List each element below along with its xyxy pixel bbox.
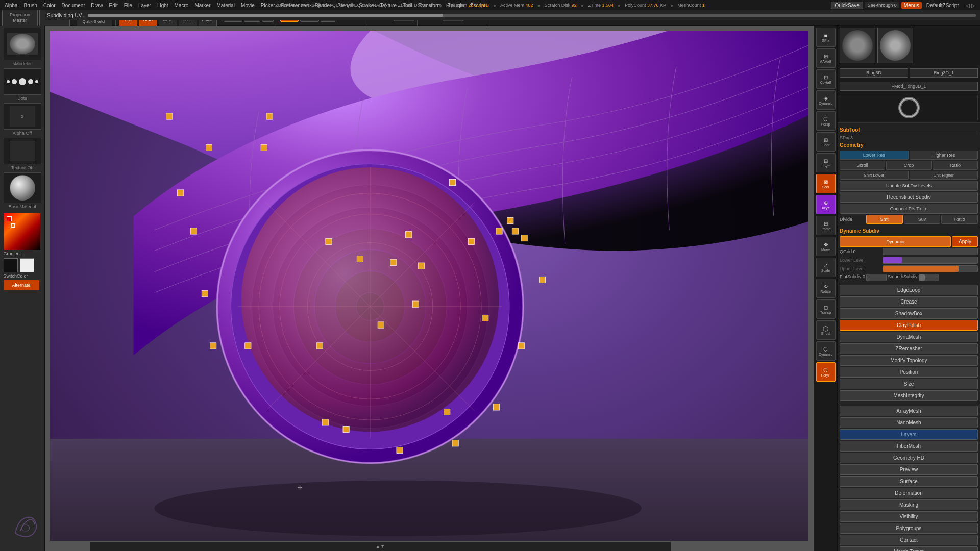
menu-document[interactable]: Document [59,2,88,9]
reconstruct-subdiv-btn[interactable]: Reconstruct Subdiv [840,192,978,203]
canvas-viewport[interactable]: + [50,31,808,541]
local-symm-btn[interactable]: ⊟ L.Sym [816,153,836,172]
menu-marker[interactable]: Marker [192,2,213,9]
lower-level-slider[interactable] [883,257,978,264]
menu-color[interactable]: Color [41,2,58,9]
eraser-brush-thumb[interactable] [877,28,913,63]
arraymesh-btn[interactable]: ArrayMesh [840,406,978,416]
dots-box[interactable] [4,68,41,95]
ghost-btn[interactable]: ◯ Ghost [816,320,836,340]
menu-edit[interactable]: Edit [107,2,120,9]
quicksave-btn[interactable]: QuickSave [831,2,863,9]
free-mem: Free Mem 28.558GB [446,3,489,8]
menus-btn[interactable]: Menus [901,2,922,9]
texture-box[interactable] [4,138,41,164]
mesh-integrity-btn[interactable]: MeshIntegrity [840,390,978,401]
surface-btn[interactable]: Surface [840,476,978,487]
polyf-btn[interactable]: ⬡ PolyF [816,362,836,382]
spix-btn[interactable]: ■ SPix [816,28,836,47]
apply-btn[interactable]: Apply [952,236,978,247]
color-gradient[interactable] [4,213,40,250]
masking-btn[interactable]: Masking [840,499,978,510]
color-picker-area[interactable]: Gradient SwitchColor Alternate [4,213,41,290]
move-view-btn[interactable]: ✥ Move [816,237,836,256]
crease-btn[interactable]: Crease [840,296,978,307]
size-btn[interactable]: Size [840,379,978,389]
swatch-black[interactable] [4,258,18,272]
higher-res-btn[interactable]: Higher Res [910,151,978,160]
position-btn[interactable]: Position [840,367,978,378]
polygroups-btn[interactable]: Polygroups [840,523,978,534]
flatsubdiv-row: FlatSubdiv 0 SmoothSubdiv [840,274,978,281]
dynamic2-btn[interactable]: ⬡ Dynamic [816,341,836,361]
layers-btn[interactable]: Layers [840,429,978,440]
canvas-area[interactable]: + ▲▼ [45,26,814,551]
floor-btn[interactable]: ⊞ Floor [816,132,836,152]
see-through[interactable]: See-through 0 [865,2,899,8]
dynamic-subdiv-btn[interactable]: Dynamic [840,236,951,247]
menu-file[interactable]: File [121,2,135,9]
menu-macro[interactable]: Macro [172,2,191,9]
brush-preview-box[interactable] [4,28,41,60]
persp-btn[interactable]: ⬡ Persp [816,111,836,131]
xxyz-btn[interactable]: ⊕ Xxyz [816,195,836,214]
shift-lower-btn[interactable]: Shift Lower [840,171,909,180]
cohalf-btn[interactable]: ⊡ CoHalf [816,69,836,89]
ratio-btn2[interactable]: Ratio [941,215,978,224]
visibility-btn[interactable]: Visibility [840,511,978,522]
menu-alpha[interactable]: Alpha [2,2,20,9]
scroll-btn[interactable]: Scroll [840,161,885,170]
flatsubdiv-slider[interactable] [866,274,887,281]
connect-pts-btn[interactable]: Connect Pts To Lo [840,204,978,214]
menu-light[interactable]: Light [155,2,171,9]
menu-brush[interactable]: Brush [21,2,40,9]
contact-btn[interactable]: Contact [840,535,978,545]
floor-label: Floor [822,143,830,147]
qgrid-slider[interactable] [883,248,978,255]
alpha-box[interactable]: α [4,103,41,130]
ring3d-btn[interactable]: Ring3D [840,68,908,78]
ring3d1-btn[interactable]: Ring3D_1 [910,68,978,78]
shadowbox-btn[interactable]: ShadowBox [840,308,978,319]
menu-movie[interactable]: Movie [238,2,257,9]
menu-material[interactable]: Material [214,2,238,9]
modify-topology-btn[interactable]: Modify Topology [840,355,978,366]
morph-target-btn[interactable]: Morph Target [840,546,978,551]
aahalf-btn[interactable]: ⊞ AAHalf [816,48,836,68]
ring-thumbnail[interactable] [840,95,978,120]
dynamic-view-btn[interactable]: ◈ Dynamic [816,90,836,110]
menu-draw[interactable]: Draw [88,2,105,9]
fmod-btn[interactable]: FMod_Ring3D_1 [840,82,978,91]
suv-btn[interactable]: Suv [904,215,941,224]
transp-btn[interactable]: ◻ Transp [816,299,836,319]
frame-btn[interactable]: ⊟ Frame [816,216,836,235]
crop-btn[interactable]: Crop [886,161,932,170]
default-zscript[interactable]: DefaultZScript [924,2,961,9]
dynamesh-btn[interactable]: DynaMesh [840,332,978,342]
upper-level-slider[interactable] [883,265,978,272]
zremesher-btn[interactable]: ZRemesher [840,343,978,354]
deformation-btn[interactable]: Deformation [840,488,978,498]
update-subdiv-btn[interactable]: Update SubDiv Levels [840,181,978,191]
nanomesh-btn[interactable]: NanoMesh [840,417,978,428]
preview-btn[interactable]: Preview [840,464,978,475]
smt-btn[interactable]: Smt [866,215,903,224]
scel-btn[interactable]: ⊠ Scel [816,174,836,193]
edgeloop-btn[interactable]: EdgeLoop [840,285,978,295]
material-box[interactable] [4,172,41,203]
simple-brush-thumb[interactable] [840,28,875,63]
scale-view-btn[interactable]: ⤢ Scale [816,258,836,277]
rotate-view-btn[interactable]: ↻ Rotate [816,279,836,298]
ratio-btn[interactable]: Ratio [933,161,978,170]
smoothsubdiv-slider[interactable] [919,274,939,281]
spix-info: SPix 3 [840,135,978,140]
alternate-btn[interactable]: Alternate [4,280,39,290]
geometry-hd-btn[interactable]: Geometry HD [840,453,978,463]
fibermesh-btn[interactable]: FiberMesh [840,441,978,452]
unit-higher-btn[interactable]: Unit Higher [910,171,978,180]
claypolish-btn[interactable]: ClayPolish [840,320,978,331]
swatch-white[interactable] [20,258,34,272]
lower-res-btn[interactable]: Lower Res [840,151,909,160]
menu-layer[interactable]: Layer [136,2,154,9]
menu-picker[interactable]: Picker [258,2,278,9]
